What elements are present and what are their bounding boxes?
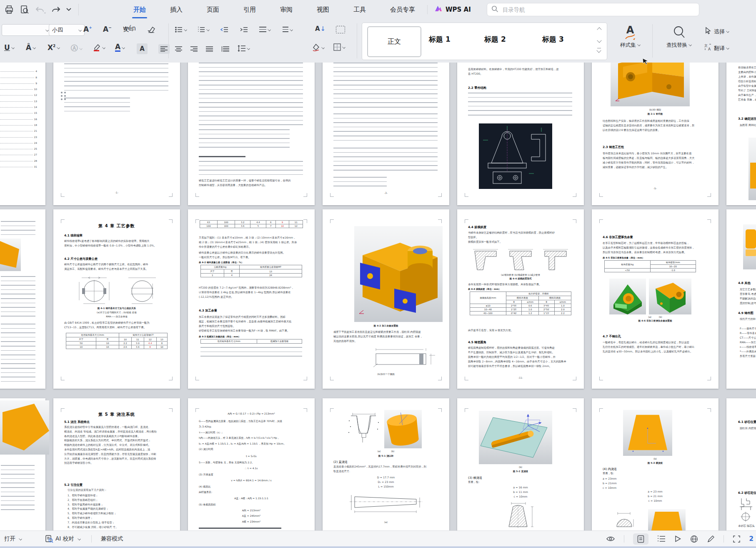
tab-home[interactable]: 开始 — [121, 0, 158, 19]
ink-pen-icon[interactable] — [707, 535, 715, 543]
page-view-icon[interactable] — [633, 533, 648, 545]
align-center-icon[interactable] — [175, 46, 182, 52]
gallery-scroll-down-icon[interactable] — [598, 39, 601, 42]
tab-review[interactable]: 审阅 — [268, 0, 305, 19]
highlight-icon[interactable] — [93, 43, 105, 52]
search-input[interactable] — [502, 6, 695, 13]
paragraph: 圆柱筒 内腔用 — [740, 426, 756, 430]
page-17[interactable]: (a) (b) 图 5-1 浇口杯 (2) 直浇道 直浇道最小截面积245mm²… — [323, 398, 449, 530]
style-item-heading2[interactable]: 标题 2 — [484, 35, 506, 44]
page-12[interactable]: 4.6 非加工壁厚负余量 在手工造型和制芯时，为了起模和起芯方便，常常敲动模样和… — [592, 209, 718, 389]
decrease-indent-icon[interactable] — [220, 27, 228, 33]
formula-ratio: A直 : A横 : A内 = 1.15:1.1:1 — [199, 495, 304, 501]
figure-caption: 图 4-2 加工余量设置图 — [323, 324, 449, 328]
eye-protect-icon[interactable] — [606, 535, 615, 542]
underline-icon[interactable]: U — [4, 43, 14, 52]
select-button[interactable]: 选择 — [704, 27, 729, 36]
find-replace-button[interactable]: 查找替换 — [662, 25, 696, 49]
decrease-font-icon[interactable]: A− — [103, 25, 112, 33]
wps-ai-button[interactable]: WPS AI — [434, 5, 471, 15]
section-heading: 4.5 铸造圆角 — [468, 340, 580, 344]
page-margin-icon[interactable] — [336, 26, 345, 33]
page-14-partial[interactable] — [0, 398, 45, 530]
sort-icon[interactable]: A↓ — [315, 25, 325, 33]
document-canvas[interactable]: 4891012131415161821232425272831 -1- 铸造工艺… — [0, 63, 756, 530]
page-13-partial[interactable]: 4.8 其他 其它工艺参数如变形量等,考虑到不能解决的边角问度的控制,故均不 4… — [726, 209, 756, 389]
gallery-more-icon[interactable] — [597, 48, 601, 52]
page-3[interactable]: -3- — [323, 63, 449, 205]
web-layout-icon[interactable] — [690, 535, 698, 543]
font-name-combo[interactable] — [2, 24, 52, 36]
open-button[interactable]: 打开 — [4, 535, 22, 543]
more-commands-chevron-icon[interactable] — [66, 8, 72, 12]
page-8[interactable]: 第 4 章 工艺参数 4.1 线收缩率 铸件线收缩率ε是考虑了各种影响因素之后的… — [53, 209, 180, 389]
char-spacing-icon[interactable]: Â — [26, 43, 35, 52]
page-10[interactable]: 图 4-2 加工余量设置图 成座下平面是加工基准面而且是定位和锁紧的重要工作面，… — [323, 209, 449, 389]
superscript-icon[interactable]: X2 — [48, 43, 60, 52]
page-19[interactable]: (b) 图 5-3 横浇道 (4) 内浇道 查表，取: a = 23mmb = … — [592, 398, 718, 530]
page-toc[interactable]: 4891012131415161821232425272831 — [0, 63, 45, 205]
paragraph-layout-icon[interactable] — [259, 27, 270, 32]
clipped-heading-placeholder — [199, 528, 281, 529]
increase-indent-icon[interactable] — [240, 27, 248, 33]
page-9[interactable]: 631003.24.469111001603.6571012 又有如下规则：(1… — [188, 209, 315, 389]
print-icon[interactable] — [4, 5, 14, 15]
paragraph: 铸件线收缩率ε是考虑了各种影响因素之后的铸件的实际收缩率。查阅相关资料知，中小型… — [64, 239, 177, 248]
font-size-combo[interactable]: 小四 — [49, 24, 85, 36]
undo-icon[interactable] — [35, 5, 46, 14]
gallery-scroll-up-icon[interactable] — [598, 28, 601, 31]
style-item-heading1[interactable]: 标题 1 — [429, 35, 451, 44]
line-spacing-icon[interactable] — [238, 45, 250, 52]
tab-view[interactable]: 视图 — [305, 0, 341, 19]
page-4[interactable]: 选用灰铸铁材料。在灰铸铁中，常用的HT200 性能良好，便于加工和铸造，故选 H… — [457, 63, 584, 205]
align-left-icon[interactable] — [158, 44, 170, 54]
tab-page[interactable]: 页面 — [195, 0, 231, 19]
page-15[interactable]: 第 5 章 浇注系统 5.1 浇注 系统特点 系统浇注是指砂型中引导金属液流入型… — [53, 398, 180, 530]
page-1[interactable]: -1- — [53, 63, 180, 205]
text-direction-icon[interactable] — [283, 27, 293, 32]
tab-insert[interactable]: 插入 — [158, 0, 195, 19]
page-11[interactable]: 4.4 拔模斜度 当铸件本身缺乏足够的结构斜度时，应当适当添加拔模斜度，防止拔模… — [457, 209, 584, 389]
translate-button[interactable]: 文A 翻译 — [704, 43, 729, 53]
bullet-list-icon[interactable] — [175, 27, 187, 33]
numbered-list-icon[interactable] — [198, 27, 209, 33]
align-justify-icon[interactable] — [206, 46, 213, 52]
align-right-icon[interactable] — [190, 46, 198, 52]
page-20-partial[interactable]: 6.1 砂芯位置及 圆柱筒 内腔用 6.2 砂芯定位与 本砂芯 除芯头 — [726, 398, 756, 530]
paragraph-drag-handle[interactable] — [61, 92, 68, 103]
clear-format-icon[interactable] — [147, 26, 156, 33]
print-preview-icon[interactable] — [20, 5, 30, 15]
toc-navigation-search[interactable] — [487, 3, 699, 16]
font-color-icon[interactable]: A — [115, 43, 125, 52]
phonetic-icon[interactable]: 文 — [123, 26, 133, 33]
page-5[interactable]: (b)3D 模型 图 2-1 零件图 结合图纸和生产实际，轴承座的工作面和成座是… — [592, 63, 718, 205]
char-border-icon[interactable]: Ⓐ — [71, 43, 82, 53]
page-16[interactable]: A内 = G ⁄ (0.17 ~ 0.2)·√H̄p ≈ 213mm² G——型… — [188, 398, 315, 530]
paragraph: 由 GB/T 6414-1999，粘土砂型手工造型的灰铸铁件尺寸公差等级一般为C… — [64, 320, 177, 329]
char-shading-icon[interactable]: A — [137, 43, 148, 54]
page-6-partial[interactable]: 将动轴承座在工主要由内腔和小孔上来讲，本件属于综合分析选用粘土由于每型中金属节约… — [726, 63, 756, 205]
redo-icon[interactable] — [51, 5, 60, 14]
page-2[interactable]: 铸造工艺是进行铸造工艺设计的重要一环，使整个铸造过程都有据可依，合理的控制铸件成… — [188, 63, 315, 205]
zoom-level-partial[interactable]: 2 — [749, 535, 753, 543]
tab-tools[interactable]: 工具 — [341, 0, 378, 19]
distribute-icon[interactable] — [221, 46, 229, 52]
paragraph: 其它工艺参数如变形量等,考虑到不能解决的边角问度的控制,故均不 — [740, 287, 756, 305]
page-18[interactable]: (b) 图 5-2 直浇道 (3) 横浇道 查表，取: a = 16 mmb =… — [457, 398, 584, 530]
style-set-button[interactable]: A 样式集 — [618, 24, 643, 49]
tab-member[interactable]: 会员专享 — [378, 0, 427, 19]
increase-font-icon[interactable]: A+ — [83, 25, 92, 33]
play-presentation-icon[interactable] — [674, 535, 681, 543]
outline-view-icon[interactable] — [657, 535, 666, 542]
ai-proofread-button[interactable]: AI 校对 — [45, 535, 80, 543]
paragraph: 又有如下规则：(1) 基本尺寸≤10mm，精 3 级；(2) 10mm<基本尺寸… — [199, 235, 311, 249]
paragraph: 铸件质量公差是以占铸件公称质量的百分比表示的铸件质量变动允许范围。一般对应尺寸公… — [199, 250, 311, 259]
page-7-partial[interactable] — [0, 209, 45, 389]
style-item-heading3[interactable]: 标题 3 — [542, 35, 564, 44]
fullscreen-icon[interactable] — [733, 535, 741, 543]
table-caption: 表 4-5 非加工壁厚负余量（单位：mm） — [603, 256, 644, 259]
borders-icon[interactable] — [333, 43, 345, 51]
style-item-normal[interactable]: 正文 — [367, 26, 421, 57]
shading-bucket-icon[interactable] — [312, 43, 324, 52]
tab-reference[interactable]: 引用 — [231, 0, 268, 19]
